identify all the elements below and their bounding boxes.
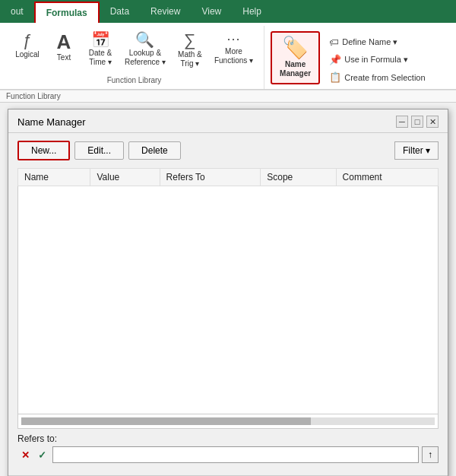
refers-to-expand-button[interactable]: ↑ (422, 446, 439, 463)
use-in-formula-label: Use in Formula ▾ (344, 55, 408, 65)
table-empty-area (17, 186, 439, 414)
math-trig-icon: ∑ (184, 32, 196, 49)
date-time-button[interactable]: 📅 Date &Time ▾ (84, 29, 117, 70)
date-time-label: Date &Time ▾ (89, 49, 112, 67)
refers-to-row: ✕ ✓ ↑ (17, 446, 439, 463)
names-table: Name Value Refers To Scope Comment (17, 168, 439, 186)
ribbon: out Formulas Data Review View Help ƒ Log… (0, 0, 456, 103)
use-in-formula-item[interactable]: 📌 Use in Formula ▾ (326, 52, 428, 67)
edit-button[interactable]: Edit... (74, 141, 124, 160)
lookup-ref-icon: 🔍 (135, 32, 154, 47)
refers-cancel-button[interactable]: ✕ (17, 447, 33, 462)
tab-data[interactable]: Data (100, 2, 140, 23)
col-scope: Scope (261, 169, 336, 186)
dialog-controls: ─ □ ✕ (396, 116, 439, 128)
name-manager-icon: 🏷️ (282, 37, 309, 59)
defined-names-group: 🏷️ NameManager 🏷 Define Name ▾ 📌 Use in … (264, 26, 435, 89)
name-manager-button[interactable]: 🏷️ NameManager (271, 31, 320, 84)
define-name-item[interactable]: 🏷 Define Name ▾ (326, 35, 428, 49)
text-icon: A (57, 32, 71, 52)
dialog-actions: New... Edit... Delete Filter ▾ (17, 141, 439, 160)
tab-help[interactable]: Help (232, 2, 272, 23)
math-trig-button[interactable]: ∑ Math &Trig ▾ (173, 29, 207, 71)
more-functions-button[interactable]: ⋯ MoreFunctions ▾ (210, 29, 258, 68)
function-library-items: ƒ Logical A Text 📅 Date &Time ▾ 🔍 Lookup… (11, 29, 258, 75)
dialog-body: New... Edit... Delete Filter ▾ Name Valu… (8, 133, 448, 471)
delete-button[interactable]: Delete (128, 141, 181, 160)
create-from-selection-item[interactable]: 📋 Create from Selection (326, 70, 428, 84)
logical-icon: ƒ (23, 32, 32, 49)
filter-button[interactable]: Filter ▾ (394, 141, 439, 160)
scrollbar-track[interactable] (21, 417, 435, 425)
dialog-close-button[interactable]: ✕ (426, 116, 439, 128)
col-comment: Comment (336, 169, 438, 186)
function-library-group-label: Function Library (107, 75, 162, 86)
dialog-overlay: Name Manager ─ □ ✕ New... Edit... Delete… (8, 109, 448, 476)
name-manager-dialog: Name Manager ─ □ ✕ New... Edit... Delete… (8, 109, 448, 476)
define-name-icon: 🏷 (329, 36, 339, 48)
function-library-group: ƒ Logical A Text 📅 Date &Time ▾ 🔍 Lookup… (5, 26, 264, 89)
name-manager-label: NameManager (280, 60, 311, 78)
scrollbar-thumb[interactable] (21, 417, 311, 425)
dialog-title: Name Manager (17, 116, 86, 128)
more-functions-label: MoreFunctions ▾ (214, 47, 253, 65)
dialog-titlebar: Name Manager ─ □ ✕ (8, 109, 448, 133)
horizontal-scrollbar[interactable] (17, 414, 439, 429)
more-functions-icon: ⋯ (226, 32, 240, 46)
col-value: Value (90, 169, 160, 186)
refers-to-label: Refers to: (17, 433, 439, 444)
text-button[interactable]: A Text (47, 29, 81, 65)
formula-bar-label: Function Library (0, 90, 456, 102)
ribbon-content: ƒ Logical A Text 📅 Date &Time ▾ 🔍 Lookup… (0, 23, 456, 90)
tab-out[interactable]: out (0, 2, 34, 23)
tab-review[interactable]: Review (140, 2, 191, 23)
new-button[interactable]: New... (17, 141, 70, 160)
logical-label: Logical (15, 50, 40, 59)
ribbon-tab-bar: out Formulas Data Review View Help (0, 0, 456, 23)
col-name: Name (18, 169, 90, 186)
create-from-selection-icon: 📋 (329, 71, 341, 83)
refers-to-section: Refers to: ✕ ✓ ↑ (17, 433, 439, 463)
dialog-minimize-button[interactable]: ─ (396, 116, 408, 128)
use-in-formula-icon: 📌 (329, 54, 341, 65)
dialog-maximize-button[interactable]: □ (411, 116, 423, 128)
math-trig-label: Math &Trig ▾ (178, 50, 202, 68)
tab-formulas[interactable]: Formulas (34, 2, 100, 23)
lookup-ref-button[interactable]: 🔍 Lookup &Reference ▾ (120, 29, 170, 70)
refers-confirm-button[interactable]: ✓ (34, 447, 49, 462)
logical-button[interactable]: ƒ Logical (11, 29, 44, 62)
refers-to-input[interactable] (52, 446, 419, 463)
col-refers-to: Refers To (160, 169, 261, 186)
refers-icons: ✕ ✓ (17, 447, 49, 462)
lookup-ref-label: Lookup &Reference ▾ (125, 49, 166, 67)
tab-view[interactable]: View (191, 2, 232, 23)
date-time-icon: 📅 (91, 32, 110, 47)
define-name-label: Define Name ▾ (342, 37, 397, 47)
text-label: Text (57, 53, 71, 62)
create-from-selection-label: Create from Selection (344, 73, 425, 82)
